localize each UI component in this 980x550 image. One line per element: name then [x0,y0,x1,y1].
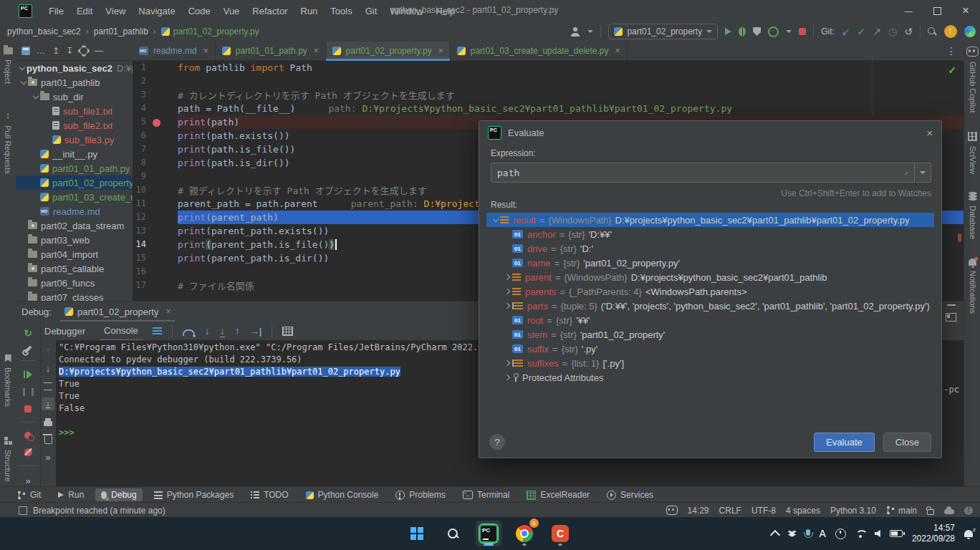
tray-overflow-icon[interactable] [770,529,780,539]
close-icon[interactable] [951,0,980,21]
tab-console[interactable]: Console [100,321,143,341]
close-icon[interactable]: × [926,127,933,139]
menu-vue[interactable]: Vue [217,6,246,16]
toolwindow-git[interactable]: Git [11,488,47,501]
menu-view[interactable]: View [99,6,132,16]
dropbox-icon[interactable] [788,531,797,537]
ime-indicator[interactable]: A [820,528,826,539]
stripe-bookmarks[interactable]: Bookmarks [0,354,16,407]
clock-app-icon[interactable] [835,529,846,539]
evaluate-expression-icon[interactable] [282,327,293,336]
tab-options-icon[interactable]: ⋮ [939,42,964,60]
editor-tab-readme.md[interactable]: readme.md× [133,42,216,60]
line-separator[interactable]: CRLF [719,506,741,516]
taskbar-camtasia-button[interactable] [547,521,573,546]
close-session-icon[interactable]: × [165,307,170,317]
notifications-status-icon[interactable] [964,506,973,515]
close-tab-icon[interactable]: × [314,46,319,56]
editor-tab-part01_02_property.py[interactable]: part01_02_property.py× [326,42,451,60]
close-tab-icon[interactable]: × [615,46,620,56]
print-icon[interactable] [44,421,52,426]
tab-debugger[interactable]: Debugger [40,322,90,340]
close-tab-icon[interactable]: × [438,46,443,56]
tree-item-part04_import[interactable]: part04_import [16,247,133,261]
chevron-right-icon[interactable] [503,289,512,294]
taskbar-search-button[interactable] [440,521,466,546]
error-stripe-mark[interactable] [958,233,961,242]
rerun-icon[interactable]: ↻ [24,327,32,339]
debug-session-tab[interactable]: part01_02_property × [62,301,174,322]
menu-refactor[interactable]: Refactor [246,6,294,16]
menu-tools[interactable]: Tools [324,6,358,16]
run-button[interactable] [725,28,731,35]
stripe-notifications[interactable]: Notifications [964,259,980,314]
tree-item-part06_funcs[interactable]: part06_funcs [16,276,133,290]
microphone-icon[interactable] [806,529,810,536]
tree-item-part01_03_create_update[interactable]: part01_03_create_update [16,190,133,204]
collapse-all-icon[interactable]: ↧ [66,46,73,56]
result-row-suffix[interactable]: 01suffix={str}'.py' [486,342,934,356]
code-line-4[interactable]: 4path = Path(__file__)path:D:¥projects¥p… [133,102,964,115]
git-commit-icon[interactable]: ✓ [858,26,866,37]
stripe-database[interactable]: Database [964,192,980,239]
toolwindow-problems[interactable]: Problems [390,488,451,501]
expand-editor-icon[interactable]: ↗ [903,168,908,178]
breadcrumb-item[interactable]: part01_pathlib [94,26,148,37]
breadcrumb-item[interactable]: part01_02_property.py [161,26,259,37]
code-line-1[interactable]: 1from pathlib import Path [133,61,964,74]
git-branch-widget[interactable]: main [886,506,917,516]
battery-icon[interactable] [890,530,903,537]
tree-item-part05_callable[interactable]: part05_callable [16,261,133,276]
wifi-icon[interactable] [855,530,865,538]
run-with-coverage-icon[interactable] [753,27,761,36]
start-button[interactable] [404,521,430,546]
code-line-3[interactable]: 3# カレントディレクトリを示す Path オブジェクトを生成します [133,88,964,102]
view-breakpoints-icon[interactable] [24,432,32,439]
chevron-down-icon[interactable] [587,30,593,33]
menu-navigate[interactable]: Navigate [132,6,181,16]
pause-program-icon[interactable] [23,388,34,396]
clock-widget[interactable]: 14:57 2022/09/28 [912,523,955,544]
maximize-icon[interactable] [923,0,951,21]
more-icon[interactable]: … [37,46,46,56]
menu-edit[interactable]: Edit [70,6,99,16]
minimize-icon[interactable] [894,0,923,21]
notification-bell-icon[interactable]: z [964,530,973,537]
lock-icon[interactable] [927,509,934,515]
menu-run[interactable]: Run [294,6,325,16]
tree-item-part01_pathlib[interactable]: part01_pathlib [16,75,133,90]
copilot-status-icon[interactable] [666,506,678,515]
tree-item-sub_file3.py[interactable]: sub_file3.py [16,132,133,147]
chevron-right-icon[interactable] [503,304,512,308]
more-actions-icon[interactable]: » [25,476,30,486]
tree-item-readme.md[interactable]: readme.md [16,204,133,218]
run-to-cursor-icon[interactable]: →| [250,326,262,337]
close-button[interactable]: Close [883,433,931,452]
code-line-2[interactable]: 2 [133,74,964,88]
search-everywhere-icon[interactable] [928,27,937,37]
toolwindow-excelreader[interactable]: ExcelReader [521,488,595,501]
taskbar-chrome-button[interactable]: k [511,521,537,546]
expression-history-dropdown[interactable] [915,163,931,183]
result-row-parents[interactable]: parents={_PathParents: 4}<WindowsPath.pa… [486,284,934,299]
chevron-down-icon[interactable] [19,81,28,84]
chevron-right-icon[interactable] [503,275,512,279]
chevron-down-icon[interactable] [31,95,40,98]
status-message-area[interactable]: Breakpoint reached (a minute ago) [19,506,165,516]
chevron-down-icon[interactable] [786,30,792,33]
taskbar-pycharm-button[interactable] [476,521,501,546]
file-encoding[interactable]: UTF-8 [751,506,776,516]
expression-input[interactable]: path ↗ [491,163,915,183]
toolwindow-run[interactable]: Run [52,488,90,501]
interpreter[interactable]: Python 3.10 [830,506,876,516]
result-row-suffixes[interactable]: suffixes={list: 1}['.py'] [486,356,934,370]
hide-panel-icon[interactable] [947,304,956,306]
toolwindow-debug[interactable]: Debug [95,488,142,501]
soft-wrap-icon[interactable] [44,382,52,390]
tree-item-part01_01_path.py[interactable]: part01_01_path.py [16,161,133,175]
tree-item-sub_file2.txt[interactable]: sub_file2.txt [16,118,133,132]
tree-item-part07_classes[interactable]: part07_classes [16,290,133,301]
chevron-down-icon[interactable] [17,67,27,69]
caret-position[interactable]: 14:29 [688,506,709,516]
evaluate-button[interactable]: Evaluate [814,433,875,452]
